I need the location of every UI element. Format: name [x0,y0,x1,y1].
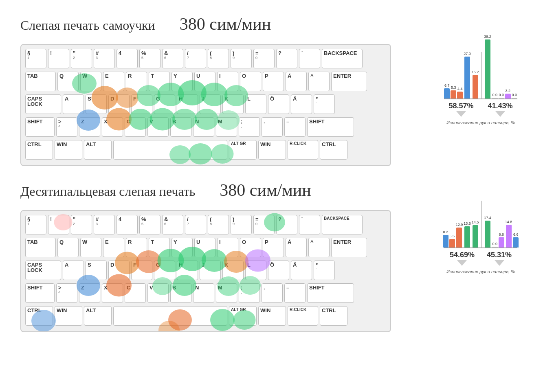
key-g[interactable]: G [154,94,175,114]
key-q[interactable]: Q [57,72,79,91]
key-v[interactable]: V [147,117,169,137]
key-section[interactable]: §1 [25,49,46,68]
key-h[interactable]: H [177,94,198,114]
key-space[interactable] [113,140,227,160]
key-enter[interactable]: ENTER [331,72,367,91]
key2-percent[interactable]: %5 [139,215,160,234]
key-altgr[interactable]: ALT GR [229,140,257,160]
key-semicolon[interactable]: ;, [239,117,260,137]
key-d[interactable]: D [108,94,130,114]
key-w[interactable]: W [80,72,101,91]
key-a[interactable]: A [63,94,84,114]
key2-s[interactable]: S [86,261,107,280]
key2-altgr[interactable]: ALT GR [229,306,257,326]
key-lparen[interactable]: (8 [208,49,229,68]
key2-aring[interactable]: Å [286,238,307,257]
key2-caret[interactable]: ^ [308,238,330,257]
key2-ouml[interactable]: Ö [268,261,289,280]
key-quote[interactable]: "2 [71,49,92,68]
key2-a[interactable]: A [63,261,84,280]
key2-section[interactable]: §1 [25,215,46,234]
key2-enter[interactable]: ENTER [331,238,367,257]
key-auml[interactable]: Ä [291,94,312,114]
key-capslock[interactable]: CAPSLOCK [25,94,61,114]
key-u[interactable]: U [194,72,215,91]
key2-win-right[interactable]: WIN [258,306,286,326]
key2-win-left[interactable]: WIN [55,306,82,326]
key2-backtick[interactable]: ` [299,215,320,234]
key-question[interactable]: ? [276,49,297,68]
key2-amp[interactable]: &6 [162,215,183,234]
key2-space[interactable] [113,306,227,326]
key2-4[interactable]: 4 [117,215,138,234]
key2-rclick[interactable]: R-CLICK [288,306,318,326]
key-t[interactable]: T [149,72,170,91]
key-shift-right[interactable]: SHIFT [307,117,354,137]
key2-ctrl-left[interactable]: CTRL [25,306,53,326]
key-backspace[interactable]: BACKSPACE [322,49,363,68]
key2-y[interactable]: Y [171,238,193,257]
key2-slash[interactable]: /7 [185,215,206,234]
key2-capslock[interactable]: CAPSLOCK [25,261,61,280]
key-percent[interactable]: %5 [139,49,160,68]
key-hash[interactable]: #3 [94,49,115,68]
key-l[interactable]: L [245,94,266,114]
key2-f[interactable]: F [131,261,152,280]
key-equals[interactable]: =0 [253,49,275,68]
key2-m[interactable]: M [216,283,237,303]
key-slash[interactable]: /7 [185,49,206,68]
key2-c[interactable]: C [125,283,146,303]
key2-j[interactable]: J [200,261,221,280]
key2-backspace[interactable]: BACKSPACE [322,215,363,234]
key-backtick[interactable]: ` [299,49,320,68]
key-p[interactable]: P [263,72,284,91]
key2-d[interactable]: D [108,261,130,280]
key-ctrl-right[interactable]: CTRL [320,140,347,160]
key-k[interactable]: K [222,94,244,114]
key-f[interactable]: F [131,94,152,114]
key-y[interactable]: Y [171,72,193,91]
key-win-left[interactable]: WIN [55,140,82,160]
key-e[interactable]: E [103,72,124,91]
key2-z[interactable]: Z [79,283,100,303]
key-shift-left[interactable]: SHIFT [25,117,55,137]
key2-dash[interactable]: – [284,283,306,303]
key-amp[interactable]: &6 [162,49,183,68]
key2-quote[interactable]: "2 [71,215,92,234]
key2-star[interactable]: *' [314,261,335,280]
key2-equals[interactable]: =0 [253,215,275,234]
key2-lparen[interactable]: (8 [208,215,229,234]
key-win-right[interactable]: WIN [258,140,286,160]
key2-i[interactable]: I [217,238,238,257]
key-dash[interactable]: – [284,117,306,137]
key-tab[interactable]: TAB [25,72,56,91]
key2-x[interactable]: X [102,283,123,303]
key-c[interactable]: C [125,117,146,137]
key2-e[interactable]: E [103,238,124,257]
key-ouml[interactable]: Ö [268,94,289,114]
key2-v[interactable]: V [147,283,169,303]
key-z[interactable]: Z [79,117,100,137]
key-s[interactable]: S [86,94,107,114]
key2-n[interactable]: N [193,283,214,303]
key2-u[interactable]: U [194,238,215,257]
key2-rparen[interactable]: )9 [231,215,252,234]
key2-ctrl-right[interactable]: CTRL [320,306,347,326]
key-r[interactable]: R [126,72,147,91]
key2-q[interactable]: Q [57,238,79,257]
key2-alt-left[interactable]: ALT [84,306,112,326]
key-caret[interactable]: ^ [308,72,330,91]
key-rclick[interactable]: R-CLICK [288,140,318,160]
key2-l[interactable]: L [245,261,266,280]
key2-shift-left[interactable]: SHIFT [25,283,55,303]
key2-1[interactable]: ! [48,215,69,234]
key-b[interactable]: B [170,117,191,137]
key2-p[interactable]: P [263,238,284,257]
key-i[interactable]: I [217,72,238,91]
key2-w[interactable]: W [80,238,101,257]
key-angle[interactable]: >< [56,117,77,137]
key-ctrl-left[interactable]: CTRL [25,140,53,160]
key-1[interactable]: ! [48,49,69,68]
key2-hash[interactable]: #3 [94,215,115,234]
key-aring[interactable]: Å [286,72,307,91]
